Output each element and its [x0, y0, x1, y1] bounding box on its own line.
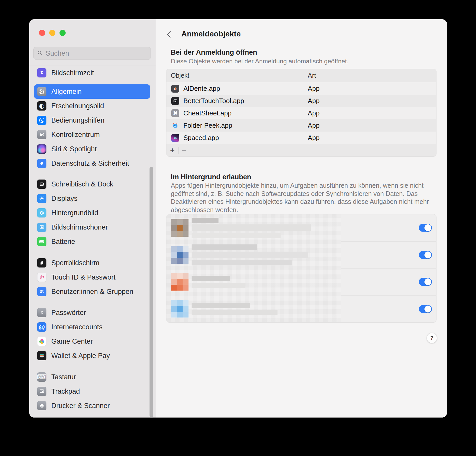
system-settings-window: Bildschirmzeit⚙Allgemein◐Erscheinungsbil…: [29, 19, 447, 418]
sidebar-item-label: Bedienungshilfen: [51, 116, 104, 124]
sidebar-item-siri[interactable]: Siri & Spotlight: [34, 142, 150, 156]
keyboard-icon: ⌨: [37, 372, 46, 382]
sidebar-scrollbar[interactable]: [150, 167, 153, 417]
sidebar-item-label: Benutzer:innen & Gruppen: [51, 288, 133, 296]
background-item-toggle[interactable]: [419, 305, 432, 313]
sidebar-divider: [29, 65, 156, 65]
sidebar-item-batterie[interactable]: Batterie: [34, 234, 150, 249]
fingerprint-icon: [37, 273, 46, 282]
login-item-row[interactable]: Spaced.appApp: [166, 132, 436, 144]
sidebar-item-bildschirmzeit[interactable]: Bildschirmzeit: [34, 66, 150, 80]
login-item-name: CheatSheet.app: [183, 109, 232, 117]
sidebar-item-label: Erscheinungsbild: [51, 102, 104, 110]
login-item-name: Spaced.app: [183, 134, 219, 142]
sidebar-item-bildschirmschoner[interactable]: Bildschirmschoner: [34, 220, 150, 234]
search-field[interactable]: [33, 47, 151, 60]
sidebar-item-label: Bildschirmzeit: [51, 69, 94, 77]
sidebar-item-trackpad[interactable]: Trackpad: [34, 384, 150, 399]
battery-icon: [37, 237, 46, 246]
background-item-toggle[interactable]: [419, 278, 432, 286]
login-items-table: Objekt Art AlDente.appAppBetterTouchTool…: [166, 69, 437, 157]
login-item-name: AlDente.app: [183, 85, 220, 93]
sidebar-group: Passwörter@InternetaccountsGame CenterWa…: [34, 305, 150, 363]
zoom-button[interactable]: [60, 30, 66, 36]
login-item-object-cell: AlDente.app: [166, 85, 308, 93]
sidebar-item-label: Siri & Spotlight: [51, 145, 97, 153]
accessibility-icon: [37, 116, 46, 125]
search-input[interactable]: [45, 49, 143, 58]
sidebar-item-displays[interactable]: ☀Displays: [34, 191, 150, 206]
sidebar-item-label: Drucker & Scanner: [51, 402, 110, 410]
sidebar-item-touchid[interactable]: Touch ID & Passwort: [34, 270, 150, 284]
sidebar-group: Bildschirmzeit: [34, 66, 150, 80]
redacted-app-icon: [171, 246, 189, 264]
sidebar-item-label: Trackpad: [51, 388, 80, 395]
sidebar-group: ⌨TastaturTrackpadDrucker & Scanner: [34, 370, 150, 413]
sidebar-item-label: Displays: [51, 195, 77, 203]
sidebar-item-tastatur[interactable]: ⌨Tastatur: [34, 370, 150, 384]
open-at-login-subtitle: Diese Objekte werden bei der Anmeldung a…: [171, 58, 349, 65]
sidebar-item-label: Sperrbildschirm: [51, 259, 100, 267]
sidebar-item-schreibtisch[interactable]: Schreibtisch & Dock: [34, 177, 150, 191]
background-item-toggle[interactable]: [419, 224, 432, 232]
sidebar-item-label: Internetaccounts: [51, 323, 103, 331]
back-button[interactable]: [165, 31, 173, 39]
sidebar-item-datenschutz[interactable]: Datenschutz & Sicherheit: [34, 156, 150, 171]
control-center-icon: [37, 130, 46, 139]
redacted-text-lines: [192, 276, 245, 288]
trackpad-icon: [37, 387, 46, 396]
sidebar-item-drucker[interactable]: Drucker & Scanner: [34, 399, 150, 413]
bettertouchtool-app-icon: [171, 97, 179, 105]
background-items-panel: [166, 214, 437, 323]
sidebar-item-label: Datenschutz & Sicherheit: [51, 160, 129, 167]
close-button[interactable]: [39, 30, 45, 36]
screen: Bildschirmzeit⚙Allgemein◐Erscheinungsbil…: [0, 0, 476, 456]
toggle-knob: [424, 224, 431, 231]
login-item-row[interactable]: AlDente.appApp: [166, 82, 436, 95]
background-item-toggle[interactable]: [419, 251, 432, 259]
login-item-object-cell: Folder Peek.app: [166, 122, 308, 130]
sidebar-item-internet[interactable]: @Internetaccounts: [34, 320, 150, 334]
sidebar-item-gamecenter[interactable]: Game Center: [34, 334, 150, 349]
redacted-text-lines: [192, 303, 277, 315]
printer-icon: [37, 401, 46, 410]
table-footer: + −: [166, 144, 436, 157]
sidebar-item-wallet[interactable]: Wallet & Apple Pay: [34, 349, 150, 363]
column-header-object: Objekt: [166, 72, 308, 79]
window-controls: [39, 30, 66, 36]
screensaver-moon-icon: [37, 223, 46, 232]
sidebar-group: ⚙Allgemein◐ErscheinungsbildBedienungshil…: [34, 84, 150, 171]
sidebar-item-hintergrundbild[interactable]: Hintergrundbild: [34, 206, 150, 220]
redacted-app-icon: [171, 300, 189, 318]
remove-login-item-button[interactable]: −: [179, 146, 190, 154]
siri-orb-icon: [37, 144, 46, 154]
login-item-object-cell: ⌘CheatSheet.app: [166, 109, 308, 117]
login-item-row[interactable]: Folder Peek.appApp: [166, 119, 436, 132]
sidebar-item-bedienungshilfen[interactable]: Bedienungshilfen: [34, 113, 150, 127]
login-item-kind: App: [308, 122, 320, 130]
redacted-app-icon: [171, 219, 189, 237]
login-item-name: Folder Peek.app: [183, 122, 232, 130]
sidebar-item-sperrbildschirm[interactable]: Sperrbildschirm: [34, 256, 150, 270]
gear-icon: ⚙: [37, 87, 46, 96]
sidebar-item-passwoerter[interactable]: Passwörter: [34, 305, 150, 320]
sidebar-item-label: Kontrollzentrum: [51, 131, 100, 139]
help-button[interactable]: ?: [427, 333, 437, 343]
key-icon: [37, 308, 46, 317]
sidebar-item-benutzer[interactable]: Benutzer:innen & Gruppen: [34, 284, 150, 299]
login-item-row[interactable]: ⌘CheatSheet.appApp: [166, 107, 436, 119]
sidebar-item-allgemein[interactable]: ⚙Allgemein: [34, 84, 150, 99]
add-login-item-button[interactable]: +: [166, 146, 178, 154]
desktop-dock-icon: [37, 180, 46, 189]
sidebar-item-erscheinungsbild[interactable]: ◐Erscheinungsbild: [34, 99, 150, 113]
login-item-row[interactable]: BetterTouchTool.appApp: [166, 95, 436, 107]
redacted-region: [166, 214, 341, 322]
login-item-kind: App: [308, 134, 320, 142]
redacted-text-lines: [192, 218, 311, 238]
flower-icon: [37, 208, 46, 217]
toggle-knob: [424, 305, 431, 312]
open-at-login-heading: Bei der Anmeldung öffnen: [171, 48, 257, 56]
sidebar-item-kontrollzentrum[interactable]: Kontrollzentrum: [34, 127, 150, 142]
background-description: Apps fügen Hintergrundobjekte hinzu, um …: [171, 182, 429, 214]
minimize-button[interactable]: [49, 30, 55, 36]
